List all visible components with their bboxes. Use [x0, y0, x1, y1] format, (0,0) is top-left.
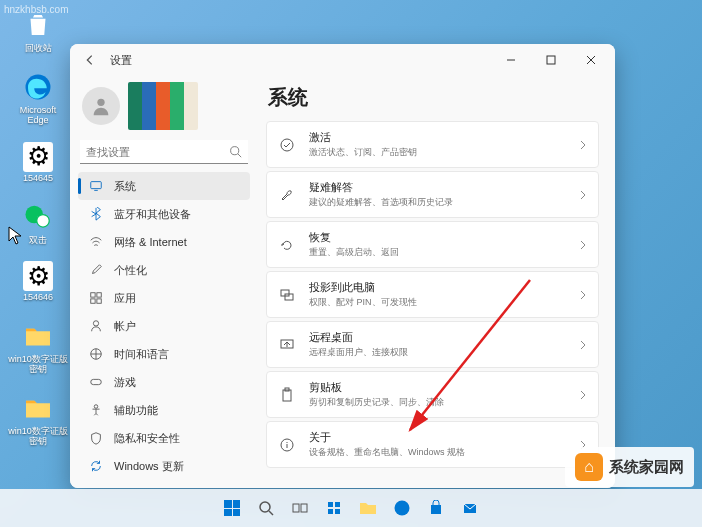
- nav-list: 系统 蓝牙和其他设备 网络 & Internet 个性化 应用: [78, 172, 250, 480]
- taskbar-edge[interactable]: [387, 493, 417, 523]
- nav-item-gaming[interactable]: 游戏: [78, 368, 250, 396]
- svg-rect-29: [335, 509, 340, 514]
- accessibility-icon: [88, 402, 104, 418]
- minimize-button[interactable]: [495, 48, 527, 72]
- card-subtitle: 设备规格、重命名电脑、Windows 规格: [309, 446, 578, 459]
- svg-rect-24: [293, 504, 299, 512]
- chevron-right-icon: [578, 140, 588, 150]
- search-icon: [229, 145, 242, 158]
- gamepad-icon: [88, 374, 104, 390]
- nav-item-bluetooth[interactable]: 蓝牙和其他设备: [78, 200, 250, 228]
- back-button[interactable]: [78, 48, 102, 72]
- svg-rect-6: [91, 182, 102, 189]
- nav-item-time-language[interactable]: 时间和语言: [78, 340, 250, 368]
- nav-label: Windows 更新: [114, 459, 184, 474]
- card-clipboard[interactable]: 剪贴板剪切和复制历史记录、同步、清除: [266, 371, 599, 418]
- svg-rect-19: [283, 390, 291, 401]
- desktop-icons: 回收站 Microsoft Edge ⚙ 154645 双击 ⚙ 154646 …: [8, 8, 68, 447]
- taskbar-taskview[interactable]: [285, 493, 315, 523]
- card-remote-desktop[interactable]: 远程桌面远程桌面用户、连接权限: [266, 321, 599, 368]
- profile-banner: [128, 82, 198, 130]
- chevron-right-icon: [578, 290, 588, 300]
- wechat-icon: [21, 200, 55, 234]
- desktop-icon-settings1[interactable]: ⚙ 154645: [8, 142, 68, 184]
- card-title: 远程桌面: [309, 330, 578, 345]
- settings-window: 设置 系统 蓝牙和其: [70, 44, 615, 488]
- svg-point-15: [281, 139, 293, 151]
- svg-rect-28: [328, 509, 333, 514]
- nav-item-windows-update[interactable]: Windows 更新: [78, 452, 250, 480]
- nav-item-accessibility[interactable]: 辅助功能: [78, 396, 250, 424]
- card-about[interactable]: 关于设备规格、重命名电脑、Windows 规格: [266, 421, 599, 468]
- desktop-icon-folder2[interactable]: ⚙ 154646: [8, 261, 68, 303]
- taskbar: [0, 489, 702, 527]
- nav-label: 游戏: [114, 375, 136, 390]
- wifi-icon: [88, 234, 104, 250]
- titlebar: 设置: [70, 44, 615, 76]
- card-troubleshoot[interactable]: 疑难解答建议的疑难解答、首选项和历史记录: [266, 171, 599, 218]
- user-icon: [88, 318, 104, 334]
- start-button[interactable]: [217, 493, 247, 523]
- apps-icon: [88, 290, 104, 306]
- search-input[interactable]: [86, 146, 229, 158]
- globe-icon: [88, 346, 104, 362]
- card-project[interactable]: 投影到此电脑权限、配对 PIN、可发现性: [266, 271, 599, 318]
- taskbar-widgets[interactable]: [319, 493, 349, 523]
- nav-item-system[interactable]: 系统: [78, 172, 250, 200]
- card-activation[interactable]: 激活激活状态、订阅、产品密钥: [266, 121, 599, 168]
- check-circle-icon: [277, 135, 297, 155]
- nav-label: 帐户: [114, 319, 136, 334]
- nav-label: 系统: [114, 179, 136, 194]
- svg-point-14: [94, 405, 98, 409]
- recovery-icon: [277, 235, 297, 255]
- nav-item-accounts[interactable]: 帐户: [78, 312, 250, 340]
- sidebar: 系统 蓝牙和其他设备 网络 & Internet 个性化 应用: [70, 76, 258, 488]
- remote-icon: [277, 335, 297, 355]
- taskbar-explorer[interactable]: [353, 493, 383, 523]
- card-subtitle: 建议的疑难解答、首选项和历史记录: [309, 196, 578, 209]
- close-button[interactable]: [575, 48, 607, 72]
- nav-label: 网络 & Internet: [114, 235, 187, 250]
- icon-label: 回收站: [25, 44, 52, 54]
- project-icon: [277, 285, 297, 305]
- card-recovery[interactable]: 恢复重置、高级启动、返回: [266, 221, 599, 268]
- info-icon: [277, 435, 297, 455]
- card-subtitle: 重置、高级启动、返回: [309, 246, 578, 259]
- update-icon: [88, 458, 104, 474]
- taskbar-mail[interactable]: [455, 493, 485, 523]
- taskbar-store[interactable]: [421, 493, 451, 523]
- nav-item-apps[interactable]: 应用: [78, 284, 250, 312]
- nav-label: 辅助功能: [114, 403, 158, 418]
- nav-label: 蓝牙和其他设备: [114, 207, 191, 222]
- maximize-button[interactable]: [535, 48, 567, 72]
- nav-item-privacy[interactable]: 隐私和安全性: [78, 424, 250, 452]
- watermark-label: 系统家园网: [609, 458, 684, 477]
- card-subtitle: 剪切和复制历史记录、同步、清除: [309, 396, 578, 409]
- search-box[interactable]: [80, 140, 248, 164]
- desktop-icon-folder3[interactable]: win10数字证版密钥: [8, 319, 68, 375]
- icon-label: win10数字证版密钥: [8, 355, 68, 375]
- clipboard-icon: [277, 385, 297, 405]
- taskbar-search[interactable]: [251, 493, 281, 523]
- svg-rect-27: [335, 502, 340, 507]
- svg-rect-8: [97, 293, 101, 297]
- nav-item-network[interactable]: 网络 & Internet: [78, 228, 250, 256]
- profile-area[interactable]: [78, 80, 250, 136]
- desktop-icon-folder4[interactable]: win10数字证版密钥: [8, 391, 68, 447]
- desktop-icon-edge[interactable]: Microsoft Edge: [8, 70, 68, 126]
- desktop-icon-wechat[interactable]: 双击: [8, 200, 68, 246]
- svg-rect-13: [91, 379, 102, 384]
- svg-rect-7: [91, 293, 95, 297]
- brush-icon: [88, 262, 104, 278]
- svg-point-5: [231, 147, 239, 155]
- window-title: 设置: [110, 53, 132, 68]
- folder-icon: [21, 319, 55, 353]
- nav-item-personalization[interactable]: 个性化: [78, 256, 250, 284]
- nav-label: 隐私和安全性: [114, 431, 180, 446]
- watermark-badge: ⌂ 系统家园网: [565, 447, 694, 487]
- icon-label: win10数字证版密钥: [8, 427, 68, 447]
- svg-point-23: [260, 502, 270, 512]
- card-title: 恢复: [309, 230, 578, 245]
- chevron-right-icon: [578, 190, 588, 200]
- nav-label: 时间和语言: [114, 347, 169, 362]
